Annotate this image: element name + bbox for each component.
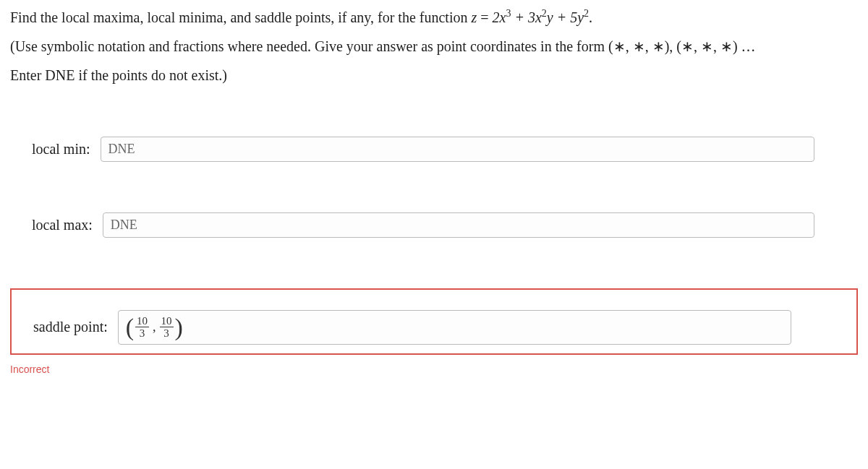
q-prefix: Find the local maxima, local minima, and… (10, 9, 471, 25)
comma: , (153, 319, 156, 335)
local-max-value: DNE (111, 218, 137, 233)
local-min-value: DNE (109, 142, 135, 157)
q-equation: z = 2x3 + 3x2y + 5y2 (471, 9, 589, 25)
question-text: Find the local maxima, local minima, and… (10, 6, 858, 86)
saddle-point-value: ( 10 3 , 10 3 ) (126, 315, 183, 340)
local-min-row: local min: DNE (10, 137, 858, 162)
local-max-row: local max: DNE (10, 212, 858, 238)
incorrect-feedback-box: saddle point: ( 10 3 , 10 3 ) (10, 288, 858, 355)
local-max-input[interactable]: DNE (103, 212, 814, 238)
incorrect-label: Incorrect (10, 363, 858, 375)
saddle-point-row: saddle point: ( 10 3 , 10 3 ) (33, 310, 835, 345)
fraction-1: 10 3 (135, 315, 149, 340)
close-paren-icon: ) (175, 315, 183, 340)
open-paren-icon: ( (126, 315, 134, 340)
local-min-label: local min: (32, 141, 90, 158)
fraction-2: 10 3 (160, 315, 174, 340)
local-min-input[interactable]: DNE (101, 137, 814, 162)
question-line-3: Enter DNE if the points do not exist.) (10, 64, 858, 86)
question-line-1: Find the local maxima, local minima, and… (10, 6, 858, 28)
local-max-label: local max: (32, 217, 93, 233)
saddle-point-label: saddle point: (33, 319, 108, 335)
question-line-2: (Use symbolic notation and fractions whe… (10, 35, 858, 57)
saddle-point-input[interactable]: ( 10 3 , 10 3 ) (118, 310, 791, 345)
